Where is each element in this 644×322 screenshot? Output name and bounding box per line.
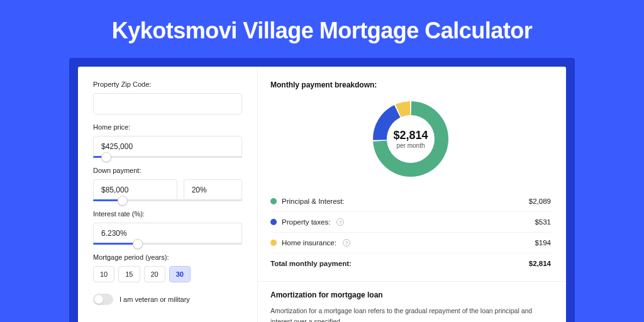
interest-field: Interest rate (%):: [93, 210, 242, 245]
down-payment-field: Down payment:: [93, 167, 242, 201]
period-button-20[interactable]: 20: [144, 266, 165, 282]
home-price-slider-thumb[interactable]: [101, 152, 111, 162]
period-button-30[interactable]: 30: [169, 266, 191, 282]
legend-label: Property taxes:?: [270, 218, 344, 226]
legend-value: $194: [535, 239, 551, 247]
period-field: Mortgage period (years): 10152030: [93, 253, 242, 282]
donut-center: $2,814 per month: [370, 98, 452, 180]
payment-donut-chart: $2,814 per month: [370, 98, 452, 180]
amortization-title: Amortization for mortgage loan: [270, 291, 551, 299]
home-price-input[interactable]: [93, 136, 242, 157]
home-price-slider[interactable]: [93, 156, 242, 158]
calculator-inner: Property Zip Code: Home price: Down paym…: [78, 67, 566, 322]
yellow-dot-icon: [270, 240, 277, 246]
zip-field: Property Zip Code:: [93, 80, 242, 114]
down-payment-input[interactable]: [93, 179, 177, 201]
period-button-10[interactable]: 10: [93, 266, 114, 282]
veteran-toggle-knob: [94, 295, 103, 304]
donut-sub: per month: [396, 142, 425, 149]
legend-total-label: Total monthly payment:: [270, 260, 352, 267]
breakdown-title: Monthly payment breakdown:: [270, 80, 551, 89]
home-price-label: Home price:: [93, 123, 242, 131]
period-button-group: 10152030: [93, 266, 242, 282]
divider: [258, 281, 566, 282]
legend-label-text: Principal & Interest:: [282, 197, 345, 205]
help-icon[interactable]: ?: [336, 218, 344, 226]
legend-total-value: $2,814: [529, 260, 551, 267]
page-title: Kykotsmovi Village Mortgage Calculator: [0, 0, 644, 58]
donut-wrap: $2,814 per month: [270, 98, 551, 180]
legend-row: Property taxes:?$531: [270, 211, 551, 232]
help-icon[interactable]: ?: [343, 239, 350, 247]
zip-input[interactable]: [93, 93, 242, 114]
down-payment-pct-input[interactable]: [184, 179, 242, 201]
down-payment-label: Down payment:: [93, 167, 242, 174]
veteran-row: I am veteran or military: [93, 294, 242, 305]
legend-value: $2,089: [529, 197, 551, 205]
form-panel: Property Zip Code: Home price: Down paym…: [78, 67, 257, 322]
legend-label: Home insurance:?: [270, 239, 350, 247]
period-label: Mortgage period (years):: [93, 253, 242, 261]
down-payment-slider-thumb[interactable]: [118, 196, 128, 206]
home-price-field: Home price:: [93, 123, 242, 158]
breakdown-panel: Monthly payment breakdown: $2,814 per mo…: [257, 67, 566, 322]
legend-row: Principal & Interest:$2,089: [270, 191, 551, 211]
legend: Principal & Interest:$2,089Property taxe…: [270, 191, 551, 253]
calculator-card: Property Zip Code: Home price: Down paym…: [69, 58, 575, 322]
interest-input[interactable]: [93, 223, 242, 244]
interest-label: Interest rate (%):: [93, 210, 242, 218]
legend-value: $531: [535, 218, 551, 226]
amortization-text: Amortization for a mortgage loan refers …: [270, 306, 551, 322]
legend-label-text: Home insurance:: [282, 239, 336, 247]
blue-dot-icon: [270, 219, 277, 225]
green-dot-icon: [270, 198, 277, 204]
interest-slider-thumb[interactable]: [133, 239, 143, 249]
interest-slider[interactable]: [93, 243, 242, 245]
legend-label: Principal & Interest:: [270, 197, 345, 205]
legend-row: Home insurance:?$194: [270, 232, 551, 253]
zip-label: Property Zip Code:: [93, 80, 242, 88]
veteran-toggle[interactable]: [93, 294, 113, 305]
legend-total-row: Total monthly payment: $2,814: [270, 253, 551, 274]
period-button-15[interactable]: 15: [118, 266, 140, 282]
donut-amount: $2,814: [393, 129, 428, 142]
legend-label-text: Property taxes:: [282, 218, 330, 226]
down-payment-slider[interactable]: [93, 199, 242, 201]
veteran-label: I am veteran or military: [119, 296, 190, 303]
